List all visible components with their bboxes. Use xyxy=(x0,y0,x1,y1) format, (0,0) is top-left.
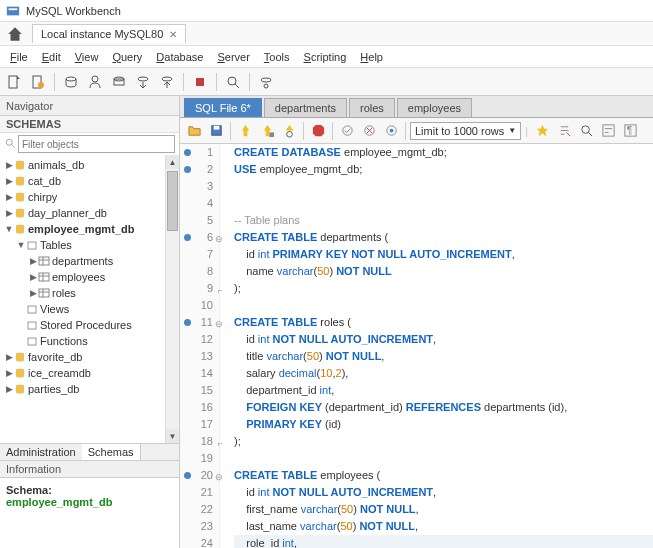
schema-value: employee_mgmt_db xyxy=(6,496,173,508)
code-lines[interactable]: CREATE DATABASE employee_mgmt_db;USE emp… xyxy=(220,144,653,548)
main-toolbar xyxy=(0,68,653,96)
tree-item[interactable]: ▶roles xyxy=(0,285,179,301)
scrollbar[interactable]: ▲ ▼ xyxy=(165,155,179,443)
svg-point-36 xyxy=(342,126,351,135)
execute-icon[interactable] xyxy=(235,121,255,141)
connection-tabbar: Local instance MySQL80 ✕ xyxy=(0,22,653,46)
status-icon[interactable] xyxy=(109,72,129,92)
tree-item[interactable]: Views xyxy=(0,301,179,317)
menu-scripting[interactable]: Scripting xyxy=(298,49,353,65)
svg-rect-41 xyxy=(602,125,613,136)
user-icon[interactable] xyxy=(85,72,105,92)
tab-administration[interactable]: Administration xyxy=(0,444,82,460)
separator xyxy=(303,122,304,140)
svg-rect-1 xyxy=(9,8,18,10)
svg-text:¶: ¶ xyxy=(626,125,632,136)
tree-item[interactable]: Stored Procedures xyxy=(0,317,179,333)
autocommit-icon[interactable] xyxy=(381,121,401,141)
code-editor[interactable]: 123456⊖789⌐1011⊖12131415161718⌐1920⊖2122… xyxy=(180,144,653,548)
editor-tab[interactable]: SQL File 6* xyxy=(184,98,262,117)
rollback-icon[interactable] xyxy=(359,121,379,141)
schema-tree[interactable]: ▶animals_db▶cat_db▶chirpy▶day_planner_db… xyxy=(0,155,179,443)
scroll-down-icon[interactable]: ▼ xyxy=(166,429,179,443)
open-file-icon[interactable] xyxy=(184,121,204,141)
gutter: 123456⊖789⌐1011⊖12131415161718⌐1920⊖2122… xyxy=(180,144,220,548)
svg-point-5 xyxy=(66,77,76,81)
limit-label: Limit to 1000 rows xyxy=(415,125,504,137)
search-icon[interactable] xyxy=(223,72,243,92)
scroll-up-icon[interactable]: ▲ xyxy=(166,155,179,169)
main-area: Navigator SCHEMAS ▶animals_db▶cat_db▶chi… xyxy=(0,96,653,548)
menu-tools[interactable]: Tools xyxy=(258,49,296,65)
tree-item[interactable]: ▶cat_db xyxy=(0,173,179,189)
dashboard-icon[interactable] xyxy=(256,72,276,92)
svg-rect-24 xyxy=(39,289,49,297)
stop-query-icon[interactable] xyxy=(308,121,328,141)
filter-input[interactable] xyxy=(18,135,175,153)
svg-point-13 xyxy=(261,78,271,82)
stop-icon[interactable] xyxy=(190,72,210,92)
tree-item[interactable]: ▶ice_creamdb xyxy=(0,365,179,381)
tree-item[interactable]: ▼Tables xyxy=(0,237,179,253)
menu-view[interactable]: View xyxy=(69,49,105,65)
tree-item[interactable]: ▶day_planner_db xyxy=(0,205,179,221)
svg-rect-26 xyxy=(28,322,36,329)
editor-tab[interactable]: employees xyxy=(397,98,472,117)
svg-rect-21 xyxy=(28,242,36,249)
svg-rect-2 xyxy=(9,76,17,88)
inspector-icon[interactable] xyxy=(61,72,81,92)
app-icon xyxy=(6,4,20,18)
editor-tab[interactable]: roles xyxy=(349,98,395,117)
navigator-panel: Navigator SCHEMAS ▶animals_db▶cat_db▶chi… xyxy=(0,96,180,548)
svg-point-40 xyxy=(581,126,589,134)
beautify-icon[interactable] xyxy=(532,121,552,141)
save-icon[interactable] xyxy=(206,121,226,141)
svg-rect-0 xyxy=(7,6,19,15)
new-sql-icon[interactable] xyxy=(4,72,24,92)
menu-database[interactable]: Database xyxy=(150,49,209,65)
tree-item[interactable]: ▼employee_mgmt_db xyxy=(0,221,179,237)
svg-rect-22 xyxy=(39,257,49,265)
separator xyxy=(405,122,406,140)
tree-item[interactable]: ▶departments xyxy=(0,253,179,269)
tree-item[interactable]: ▶chirpy xyxy=(0,189,179,205)
tree-item[interactable]: ▶parties_db xyxy=(0,381,179,397)
home-icon[interactable] xyxy=(6,25,24,43)
open-sql-icon[interactable] xyxy=(28,72,48,92)
svg-point-4 xyxy=(38,82,44,88)
svg-rect-33 xyxy=(269,132,274,137)
tree-item[interactable]: Functions xyxy=(0,333,179,349)
navigator-header: Navigator xyxy=(0,96,179,116)
svg-marker-35 xyxy=(312,125,323,136)
editor-tab[interactable]: departments xyxy=(264,98,347,117)
limit-select[interactable]: Limit to 1000 rows ▼ xyxy=(410,122,521,140)
close-icon[interactable]: ✕ xyxy=(169,29,177,40)
menu-file[interactable]: File xyxy=(4,49,34,65)
tree-item[interactable]: ▶animals_db xyxy=(0,157,179,173)
connection-tab-label: Local instance MySQL80 xyxy=(41,28,163,40)
find-icon[interactable] xyxy=(554,121,574,141)
export-icon[interactable] xyxy=(133,72,153,92)
navigator-title: Navigator xyxy=(6,100,53,112)
import-icon[interactable] xyxy=(157,72,177,92)
navigator-tabs: Administration Schemas xyxy=(0,443,179,460)
search-icon[interactable] xyxy=(4,137,16,151)
commit-icon[interactable] xyxy=(337,121,357,141)
menu-help[interactable]: Help xyxy=(354,49,389,65)
connection-tab[interactable]: Local instance MySQL80 ✕ xyxy=(32,24,186,43)
svg-point-6 xyxy=(92,76,98,82)
menu-edit[interactable]: Edit xyxy=(36,49,67,65)
chevron-down-icon: ▼ xyxy=(508,126,516,135)
explain-icon[interactable] xyxy=(279,121,299,141)
scroll-thumb[interactable] xyxy=(167,171,178,231)
wrap-icon[interactable] xyxy=(598,121,618,141)
menu-server[interactable]: Server xyxy=(211,49,255,65)
execute-current-icon[interactable] xyxy=(257,121,277,141)
tree-item[interactable]: ▶favorite_db xyxy=(0,349,179,365)
tree-item[interactable]: ▶employees xyxy=(0,269,179,285)
search-text-icon[interactable] xyxy=(576,121,596,141)
tab-schemas[interactable]: Schemas xyxy=(82,444,141,460)
menu-query[interactable]: Query xyxy=(106,49,148,65)
invisible-icon[interactable]: ¶ xyxy=(620,121,640,141)
information-body: Schema: employee_mgmt_db xyxy=(0,478,179,548)
